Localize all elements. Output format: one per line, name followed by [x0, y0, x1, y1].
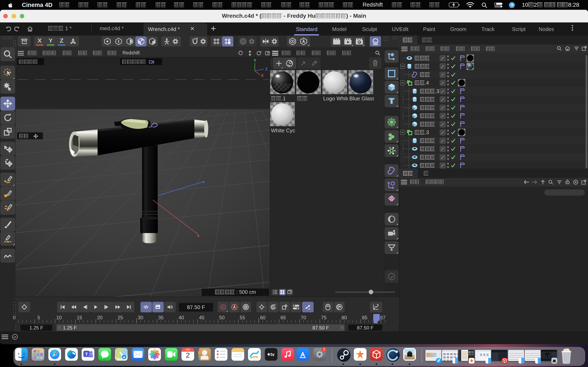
svg-text:X: X — [261, 73, 264, 77]
svg-text:Y: Y — [254, 58, 256, 63]
svg-text:Z: Z — [265, 67, 268, 71]
